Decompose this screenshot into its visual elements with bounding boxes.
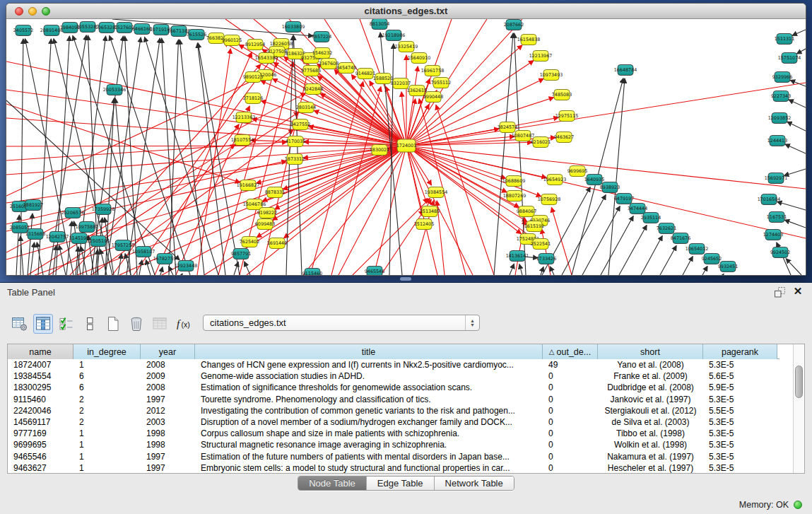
- table-scrollbar[interactable]: [793, 344, 804, 473]
- graph-node[interactable]: 12975115: [555, 111, 579, 122]
- graph-node[interactable]: 1615192: [524, 221, 544, 232]
- graph-node[interactable]: 8322037: [391, 78, 411, 89]
- graph-node[interactable]: 15692971: [765, 173, 788, 184]
- table-scrollbar-thumb[interactable]: [795, 366, 803, 398]
- graph-node[interactable]: 7615526: [187, 30, 206, 40]
- column-header-pagerank[interactable]: pagerank: [703, 344, 777, 359]
- import-table-icon[interactable]: [150, 314, 170, 334]
- graph-node[interactable]: 2405572: [13, 25, 33, 36]
- graph-node[interactable]: 9884067: [517, 206, 536, 217]
- graph-node[interactable]: 8938923: [600, 182, 620, 193]
- graph-node[interactable]: 16033809: [282, 22, 305, 33]
- graph-node[interactable]: 7632621: [657, 223, 676, 234]
- column-header-in_degree[interactable]: in_degree: [73, 344, 141, 359]
- graph-node[interactable]: 8878331: [265, 187, 285, 198]
- graph-node[interactable]: 9115460: [302, 269, 322, 276]
- network-canvas-svg[interactable]: 2405572208914061984091105532871065328715…: [6, 19, 806, 275]
- float-panel-icon[interactable]: [774, 286, 787, 298]
- column-header-name[interactable]: name: [8, 344, 73, 359]
- column-header-short[interactable]: short: [598, 344, 703, 359]
- graph-node[interactable]: 10975887: [76, 222, 99, 233]
- graph-node[interactable]: 1512405: [414, 219, 434, 230]
- table-row[interactable]: 1830029562008Estimation of significance …: [8, 382, 779, 393]
- graph-node[interactable]: 8471676: [671, 233, 690, 244]
- rows-icon[interactable]: [80, 314, 100, 334]
- graph-node[interactable]: 9857791: [231, 249, 251, 259]
- graph-node[interactable]: 12923448: [175, 261, 198, 271]
- graph-node[interactable]: 9463627: [554, 132, 574, 143]
- column-settings-icon[interactable]: [33, 314, 53, 334]
- graph-node[interactable]: 1511311: [775, 34, 794, 45]
- graph-node[interactable]: 17016504: [758, 194, 781, 205]
- graph-node[interactable]: 19654923: [543, 175, 567, 185]
- graph-node[interactable]: 2718126: [243, 93, 263, 104]
- table-row[interactable]: 1938455462009Genome-wide association stu…: [8, 370, 779, 382]
- tab-node-table[interactable]: Node Table: [298, 477, 367, 490]
- graph-node[interactable]: 1873312: [285, 154, 305, 165]
- graph-node[interactable]: 16782759: [153, 254, 177, 264]
- graph-node[interactable]: 2935114: [641, 213, 661, 223]
- graph-node[interactable]: 1315688: [25, 229, 45, 240]
- graph-node[interactable]: 10756928: [538, 194, 561, 205]
- graph-node[interactable]: 7955112: [431, 78, 451, 88]
- graph-node[interactable]: 3824574: [498, 122, 517, 133]
- tab-edge-table[interactable]: Edge Table: [367, 477, 435, 490]
- select-rows-icon[interactable]: [57, 314, 76, 334]
- graph-node[interactable]: 7625402: [240, 237, 259, 247]
- network-canvas[interactable]: 2405572208914061984091105532871065328715…: [6, 19, 806, 275]
- graph-node[interactable]: 10654012: [686, 244, 709, 255]
- graph-node[interactable]: 1274403: [763, 230, 783, 240]
- delete-table-icon[interactable]: [126, 314, 146, 334]
- graph-node[interactable]: 1244413: [767, 136, 787, 146]
- graph-node[interactable]: 1830021: [370, 145, 389, 156]
- graph-node[interactable]: 9932451: [718, 262, 738, 272]
- table-row[interactable]: 2242004622012Investigating the contribut…: [8, 405, 779, 416]
- table-row[interactable]: 946362711997Embryonic stem cells: a mode…: [8, 462, 779, 473]
- graph-node[interactable]: 1513485: [420, 206, 440, 217]
- table-row[interactable]: 969969511998Structural magnetic resonanc…: [8, 439, 779, 450]
- graph-node[interactable]: 1546232: [312, 48, 332, 59]
- table-settings-icon[interactable]: [10, 314, 30, 334]
- graph-node[interactable]: 6099483: [255, 219, 275, 230]
- function-builder-icon[interactable]: f(x): [173, 314, 193, 334]
- panel-splitter-handle[interactable]: [400, 277, 411, 281]
- graph-node[interactable]: 2087662: [504, 20, 524, 30]
- graph-node[interactable]: 16961758: [421, 66, 445, 76]
- graph-node[interactable]: 8454749: [336, 63, 356, 74]
- graph-node[interactable]: 2522541: [531, 239, 551, 250]
- graph-node[interactable]: 1724001: [396, 139, 416, 152]
- graph-node[interactable]: 6216021: [531, 137, 551, 148]
- graph-node[interactable]: 6479197: [614, 194, 634, 204]
- graph-node[interactable]: 9329966: [772, 72, 792, 83]
- close-panel-icon[interactable]: ✕: [792, 285, 804, 298]
- table-row[interactable]: 946554611997Estimation of the future num…: [8, 451, 779, 462]
- graph-node[interactable]: 15751074: [778, 53, 801, 64]
- table-row[interactable]: 1456911722003Disruption of a novel membe…: [8, 416, 779, 428]
- window-titlebar[interactable]: citations_edges.txt: [6, 4, 806, 19]
- graph-node[interactable]: 7485083: [552, 90, 572, 100]
- table-row[interactable]: 911546021997Tourette syndrome. Phenomeno…: [8, 394, 779, 405]
- graph-node[interactable]: 16154838: [517, 35, 541, 45]
- graph-node[interactable]: 7857224: [312, 32, 331, 42]
- graph-node[interactable]: 12213967: [529, 51, 553, 62]
- graph-node[interactable]: 9242848: [303, 84, 323, 95]
- graph-node[interactable]: 1167531: [767, 212, 787, 223]
- graph-node[interactable]: 8427552: [290, 119, 310, 130]
- graph-node[interactable]: 19218986: [382, 30, 406, 41]
- table-row[interactable]: 977716911998Corpus callosum shape and si…: [8, 428, 779, 439]
- graph-node[interactable]: 8813054: [370, 19, 389, 30]
- column-header-year[interactable]: year: [141, 344, 195, 359]
- graph-node[interactable]: 9775685: [301, 66, 321, 76]
- column-header-out_de[interactable]: △out_de...: [543, 344, 598, 359]
- graph-node[interactable]: 9960125: [222, 35, 242, 46]
- graph-node[interactable]: 1733426: [536, 254, 556, 264]
- graph-node[interactable]: 9699695: [567, 166, 587, 177]
- new-table-icon[interactable]: [103, 314, 123, 334]
- graph-node[interactable]: 8912954: [245, 40, 265, 50]
- graph-node[interactable]: 9465546: [365, 267, 384, 276]
- graph-node[interactable]: 15640910: [408, 53, 431, 64]
- graph-node[interactable]: 9890123: [243, 72, 263, 83]
- graph-node[interactable]: 16648784: [614, 65, 637, 76]
- graph-node[interactable]: 13325419: [395, 42, 418, 52]
- graph-node[interactable]: 12213363: [233, 112, 256, 123]
